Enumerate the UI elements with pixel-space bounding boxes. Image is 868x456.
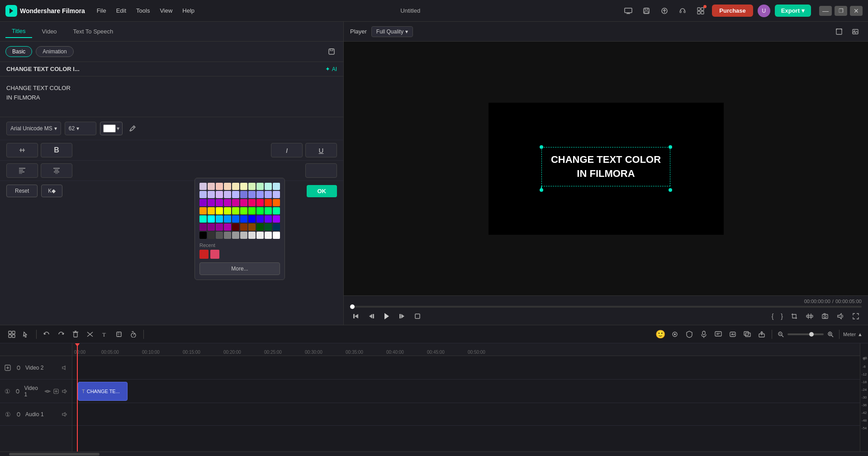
topbar-upload-icon[interactable]	[658, 4, 671, 18]
tl-chat-icon[interactable]	[712, 328, 725, 341]
meter-chevron-icon[interactable]: ▲	[858, 332, 863, 337]
tl-undo-icon[interactable]	[40, 328, 53, 341]
tl-redo-icon[interactable]	[55, 328, 67, 341]
color-cell[interactable]	[208, 199, 215, 206]
color-cell[interactable]	[232, 207, 239, 214]
save-preset-icon[interactable]	[325, 45, 338, 58]
menu-view[interactable]: View	[155, 5, 177, 16]
tl-effect-icon[interactable]	[669, 328, 681, 341]
track-group-icon-a[interactable]: ①	[4, 410, 12, 418]
color-cell[interactable]	[199, 215, 207, 223]
tab-tts[interactable]: Text To Speech	[67, 25, 120, 38]
color-cell[interactable]	[208, 223, 215, 231]
color-cell[interactable]	[240, 191, 247, 198]
timeline-scrollbar[interactable]	[0, 451, 868, 456]
topbar-screen-icon[interactable]	[621, 4, 635, 18]
color-cell[interactable]	[216, 191, 223, 198]
animation-btn[interactable]: Animation	[36, 46, 73, 57]
tl-shield-icon[interactable]	[683, 328, 696, 341]
menu-file[interactable]: File	[92, 5, 111, 16]
tl-grid-icon[interactable]	[5, 328, 18, 341]
color-cell[interactable]	[248, 183, 256, 190]
color-cell[interactable]	[240, 207, 247, 214]
menu-edit[interactable]: Edit	[112, 5, 131, 16]
handle-top-right[interactable]	[669, 145, 672, 149]
align-right-button[interactable]	[305, 163, 337, 178]
color-picker-button[interactable]: ▾	[100, 122, 123, 135]
stop-icon[interactable]	[412, 310, 423, 322]
color-cell[interactable]	[265, 207, 272, 214]
track-add-icon[interactable]	[4, 364, 12, 372]
tl-text-icon[interactable]: T	[98, 328, 111, 341]
topbar-headset-icon[interactable]	[676, 4, 689, 18]
trim-icon[interactable]	[804, 310, 816, 322]
recent-color-2[interactable]	[210, 250, 219, 259]
tl-select-icon[interactable]	[20, 328, 33, 341]
color-cell[interactable]	[256, 199, 264, 206]
color-cell[interactable]	[232, 223, 239, 231]
topbar-grid-icon[interactable]	[694, 4, 707, 18]
screenshot-icon[interactable]	[819, 310, 831, 322]
track-vol-v1[interactable]	[61, 388, 68, 395]
color-cell[interactable]	[199, 199, 207, 206]
track-add-v1[interactable]	[52, 388, 60, 395]
color-cell[interactable]	[232, 199, 239, 206]
color-cell[interactable]	[208, 232, 215, 239]
align-left-button[interactable]	[6, 163, 38, 178]
bracket-right[interactable]: }	[779, 313, 785, 320]
tab-video[interactable]: Video	[36, 25, 63, 38]
color-cell[interactable]	[232, 215, 239, 223]
zoom-thumb[interactable]	[809, 332, 814, 337]
color-cell[interactable]	[216, 183, 223, 190]
handle-top-left[interactable]	[540, 145, 543, 149]
color-cell[interactable]	[224, 199, 231, 206]
color-cell[interactable]	[248, 215, 256, 223]
color-cell[interactable]	[265, 223, 272, 231]
color-cell[interactable]	[265, 191, 272, 198]
color-cell[interactable]	[256, 207, 264, 214]
tl-zoom-out-icon[interactable]	[776, 329, 786, 339]
color-cell[interactable]	[232, 232, 239, 239]
tl-zoom-in-icon[interactable]	[825, 329, 835, 339]
track-vol-a1[interactable]	[61, 411, 68, 418]
recent-color-1[interactable]	[199, 250, 209, 259]
color-cell[interactable]	[248, 223, 256, 231]
reset-button[interactable]: Reset	[6, 185, 38, 197]
ai-button[interactable]: ✦ AI	[325, 66, 337, 72]
video-clip[interactable]: T CHANGE TE...	[78, 382, 128, 401]
export-button[interactable]: Export ▾	[775, 5, 811, 17]
progress-bar[interactable]	[350, 306, 862, 308]
track-link-icon-v1[interactable]	[14, 387, 22, 395]
basic-btn[interactable]: Basic	[5, 46, 32, 57]
skip-back-icon[interactable]	[350, 310, 362, 322]
k-button[interactable]: K◆	[41, 185, 62, 197]
more-colors-button[interactable]: More...	[199, 262, 280, 275]
tl-mic-icon[interactable]	[697, 328, 710, 341]
color-cell[interactable]	[208, 215, 215, 223]
close-button[interactable]: ✕	[850, 6, 863, 16]
color-cell[interactable]	[224, 215, 231, 223]
handle-bottom-right[interactable]	[669, 188, 672, 192]
color-cell[interactable]	[224, 191, 231, 198]
color-cell[interactable]	[256, 183, 264, 190]
tab-titles[interactable]: Titles	[5, 25, 32, 38]
maximize-button[interactable]: ❐	[835, 6, 847, 16]
topbar-save-icon[interactable]	[640, 4, 653, 18]
handle-top-center[interactable]	[541, 186, 542, 190]
color-cell[interactable]	[216, 207, 223, 214]
track-link-icon-a1[interactable]	[14, 410, 23, 418]
color-cell[interactable]	[224, 183, 231, 190]
color-cell[interactable]	[273, 207, 280, 214]
color-cell[interactable]	[199, 183, 207, 190]
color-cell[interactable]	[216, 232, 223, 239]
scrollbar-thumb[interactable]	[9, 453, 100, 456]
fullscreen-icon[interactable]	[850, 310, 862, 322]
color-cell[interactable]	[199, 223, 207, 231]
strikethrough-button[interactable]	[6, 143, 38, 157]
color-cell[interactable]	[248, 199, 256, 206]
track-link-icon-v2[interactable]	[14, 364, 23, 372]
color-cell[interactable]	[265, 232, 272, 239]
color-cell[interactable]	[273, 232, 280, 239]
eyedropper-button[interactable]	[126, 122, 139, 135]
tl-layers-icon[interactable]	[741, 328, 754, 341]
